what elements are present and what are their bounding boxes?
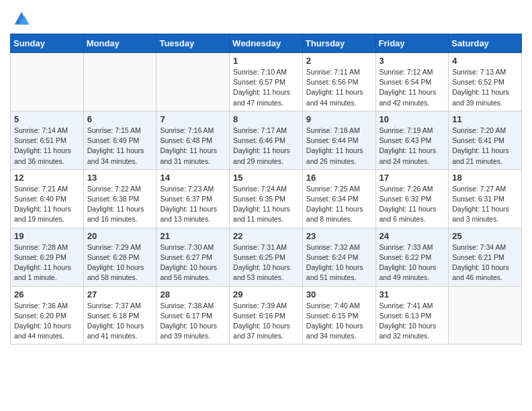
day-number: 10 — [380, 114, 445, 124]
calendar-cell: 23Sunrise: 7:32 AM Sunset: 6:24 PM Dayli… — [302, 228, 375, 286]
day-info: Sunrise: 7:34 AM Sunset: 6:21 PM Dayligh… — [452, 242, 518, 283]
day-info: Sunrise: 7:30 AM Sunset: 6:27 PM Dayligh… — [160, 242, 226, 283]
day-info: Sunrise: 7:11 AM Sunset: 6:56 PM Dayligh… — [306, 67, 372, 108]
day-number: 26 — [14, 289, 80, 300]
day-info: Sunrise: 7:37 AM Sunset: 6:18 PM Dayligh… — [87, 301, 153, 342]
weekday-header-friday: Friday — [375, 34, 449, 53]
calendar-cell: 6Sunrise: 7:15 AM Sunset: 6:49 PM Daylig… — [83, 111, 157, 169]
day-number: 3 — [380, 56, 445, 66]
day-info: Sunrise: 7:22 AM Sunset: 6:38 PM Dayligh… — [87, 184, 153, 225]
day-number: 21 — [160, 231, 226, 241]
day-number: 13 — [87, 173, 153, 183]
day-number: 24 — [380, 231, 445, 241]
weekday-header-sunday: Sunday — [11, 34, 84, 53]
day-number: 23 — [306, 231, 372, 241]
day-number: 15 — [233, 173, 299, 183]
day-number: 18 — [452, 173, 518, 183]
calendar-cell: 10Sunrise: 7:19 AM Sunset: 6:43 PM Dayli… — [375, 111, 449, 169]
day-info: Sunrise: 7:13 AM Sunset: 6:52 PM Dayligh… — [452, 67, 518, 108]
day-number: 5 — [14, 114, 80, 124]
day-info: Sunrise: 7:15 AM Sunset: 6:49 PM Dayligh… — [87, 126, 153, 167]
day-number: 7 — [160, 114, 226, 124]
calendar-cell: 18Sunrise: 7:27 AM Sunset: 6:31 PM Dayli… — [449, 169, 522, 228]
day-number: 16 — [306, 173, 372, 183]
weekday-header-monday: Monday — [83, 34, 157, 53]
day-info: Sunrise: 7:31 AM Sunset: 6:25 PM Dayligh… — [233, 242, 299, 283]
calendar-week-row: 19Sunrise: 7:28 AM Sunset: 6:29 PM Dayli… — [11, 228, 522, 286]
calendar-cell: 19Sunrise: 7:28 AM Sunset: 6:29 PM Dayli… — [11, 228, 84, 286]
weekday-header-wednesday: Wednesday — [230, 34, 303, 53]
day-info: Sunrise: 7:40 AM Sunset: 6:15 PM Dayligh… — [306, 301, 372, 342]
calendar-cell: 4Sunrise: 7:13 AM Sunset: 6:52 PM Daylig… — [449, 53, 522, 111]
day-number: 14 — [160, 173, 226, 183]
header — [10, 7, 522, 28]
day-info: Sunrise: 7:19 AM Sunset: 6:43 PM Dayligh… — [380, 126, 445, 167]
day-info: Sunrise: 7:25 AM Sunset: 6:34 PM Dayligh… — [306, 184, 372, 225]
day-number: 9 — [306, 114, 372, 124]
calendar-cell: 1Sunrise: 7:10 AM Sunset: 6:57 PM Daylig… — [230, 53, 303, 111]
logo — [10, 9, 31, 28]
day-info: Sunrise: 7:14 AM Sunset: 6:51 PM Dayligh… — [14, 126, 80, 167]
calendar-week-row: 1Sunrise: 7:10 AM Sunset: 6:57 PM Daylig… — [11, 53, 522, 111]
calendar-cell: 24Sunrise: 7:33 AM Sunset: 6:22 PM Dayli… — [375, 228, 449, 286]
day-number: 20 — [87, 231, 153, 241]
calendar-cell: 28Sunrise: 7:38 AM Sunset: 6:17 PM Dayli… — [157, 286, 230, 345]
calendar-cell: 20Sunrise: 7:29 AM Sunset: 6:28 PM Dayli… — [83, 228, 157, 286]
day-number: 27 — [87, 289, 153, 300]
calendar-cell: 12Sunrise: 7:21 AM Sunset: 6:40 PM Dayli… — [11, 169, 84, 228]
calendar-cell: 8Sunrise: 7:17 AM Sunset: 6:46 PM Daylig… — [230, 111, 303, 169]
day-info: Sunrise: 7:39 AM Sunset: 6:16 PM Dayligh… — [233, 301, 299, 342]
day-info: Sunrise: 7:36 AM Sunset: 6:20 PM Dayligh… — [14, 301, 80, 342]
day-info: Sunrise: 7:28 AM Sunset: 6:29 PM Dayligh… — [14, 242, 80, 283]
day-info: Sunrise: 7:24 AM Sunset: 6:35 PM Dayligh… — [233, 184, 299, 225]
logo-icon — [12, 9, 31, 28]
calendar-cell: 29Sunrise: 7:39 AM Sunset: 6:16 PM Dayli… — [230, 286, 303, 345]
day-info: Sunrise: 7:26 AM Sunset: 6:32 PM Dayligh… — [380, 184, 445, 225]
day-info: Sunrise: 7:32 AM Sunset: 6:24 PM Dayligh… — [306, 242, 372, 283]
day-number: 2 — [306, 56, 372, 66]
calendar-cell: 30Sunrise: 7:40 AM Sunset: 6:15 PM Dayli… — [302, 286, 375, 345]
day-info: Sunrise: 7:33 AM Sunset: 6:22 PM Dayligh… — [380, 242, 445, 283]
day-number: 25 — [452, 231, 518, 241]
day-number: 6 — [87, 114, 153, 124]
weekday-header-thursday: Thursday — [302, 34, 375, 53]
day-info: Sunrise: 7:12 AM Sunset: 6:54 PM Dayligh… — [380, 67, 445, 108]
weekday-header-saturday: Saturday — [449, 34, 522, 53]
day-info: Sunrise: 7:18 AM Sunset: 6:44 PM Dayligh… — [306, 126, 372, 167]
calendar-cell: 7Sunrise: 7:16 AM Sunset: 6:48 PM Daylig… — [157, 111, 230, 169]
calendar-cell — [157, 53, 230, 111]
calendar-cell — [11, 53, 84, 111]
day-number: 12 — [14, 173, 80, 183]
day-info: Sunrise: 7:16 AM Sunset: 6:48 PM Dayligh… — [160, 126, 226, 167]
calendar-cell: 31Sunrise: 7:41 AM Sunset: 6:13 PM Dayli… — [375, 286, 449, 345]
day-info: Sunrise: 7:41 AM Sunset: 6:13 PM Dayligh… — [380, 301, 445, 342]
day-info: Sunrise: 7:27 AM Sunset: 6:31 PM Dayligh… — [452, 184, 518, 225]
day-number: 29 — [233, 289, 299, 300]
calendar-week-row: 12Sunrise: 7:21 AM Sunset: 6:40 PM Dayli… — [11, 169, 522, 228]
calendar-week-row: 5Sunrise: 7:14 AM Sunset: 6:51 PM Daylig… — [11, 111, 522, 169]
day-info: Sunrise: 7:17 AM Sunset: 6:46 PM Dayligh… — [233, 126, 299, 167]
day-number: 30 — [306, 289, 372, 300]
day-number: 4 — [452, 56, 518, 66]
calendar-cell: 15Sunrise: 7:24 AM Sunset: 6:35 PM Dayli… — [230, 169, 303, 228]
calendar-cell: 13Sunrise: 7:22 AM Sunset: 6:38 PM Dayli… — [83, 169, 157, 228]
calendar-cell — [83, 53, 157, 111]
day-number: 28 — [160, 289, 226, 300]
day-info: Sunrise: 7:23 AM Sunset: 6:37 PM Dayligh… — [160, 184, 226, 225]
calendar-cell: 14Sunrise: 7:23 AM Sunset: 6:37 PM Dayli… — [157, 169, 230, 228]
calendar-cell: 16Sunrise: 7:25 AM Sunset: 6:34 PM Dayli… — [302, 169, 375, 228]
day-number: 31 — [380, 289, 445, 300]
calendar-cell: 9Sunrise: 7:18 AM Sunset: 6:44 PM Daylig… — [302, 111, 375, 169]
calendar-cell: 17Sunrise: 7:26 AM Sunset: 6:32 PM Dayli… — [375, 169, 449, 228]
calendar-cell: 11Sunrise: 7:20 AM Sunset: 6:41 PM Dayli… — [449, 111, 522, 169]
day-info: Sunrise: 7:10 AM Sunset: 6:57 PM Dayligh… — [233, 67, 299, 108]
calendar-cell — [449, 286, 522, 345]
day-number: 8 — [233, 114, 299, 124]
calendar-cell: 26Sunrise: 7:36 AM Sunset: 6:20 PM Dayli… — [11, 286, 84, 345]
day-number: 1 — [233, 56, 299, 66]
day-info: Sunrise: 7:38 AM Sunset: 6:17 PM Dayligh… — [160, 301, 226, 342]
day-number: 11 — [452, 114, 518, 124]
weekday-header-tuesday: Tuesday — [157, 34, 230, 53]
calendar-header-row: SundayMondayTuesdayWednesdayThursdayFrid… — [11, 34, 522, 53]
calendar-cell: 5Sunrise: 7:14 AM Sunset: 6:51 PM Daylig… — [11, 111, 84, 169]
